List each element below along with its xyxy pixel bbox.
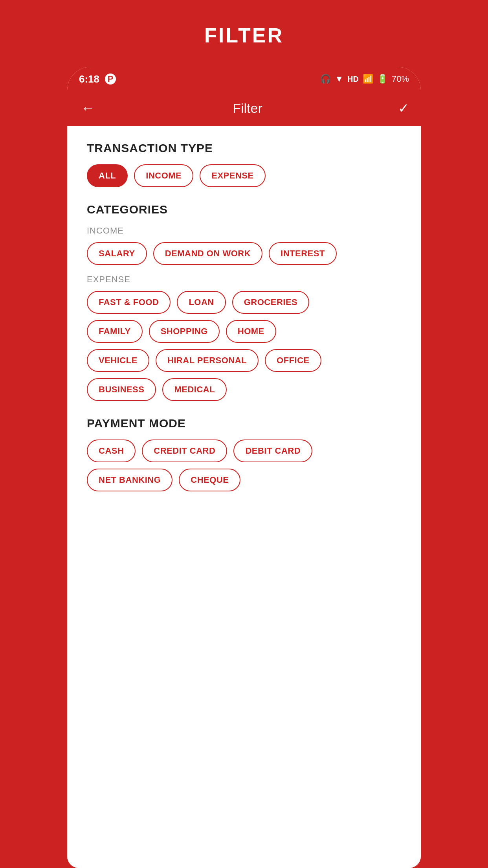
- status-left: 6:18 P: [79, 73, 116, 85]
- category-family[interactable]: FAMILY: [87, 320, 143, 343]
- status-bar: 6:18 P 🎧 ▼ HD 📶 🔋 70%: [67, 67, 421, 90]
- category-demand-on-work[interactable]: DEMAND ON WORK: [153, 242, 262, 265]
- categories-section: CATEGORIES INCOME SALARY DEMAND ON WORK …: [87, 203, 401, 401]
- app-bar-title: Filter: [97, 101, 398, 116]
- category-office[interactable]: OFFICE: [265, 349, 321, 372]
- category-business[interactable]: BUSINESS: [87, 378, 156, 401]
- back-button[interactable]: ←: [79, 98, 97, 118]
- category-home[interactable]: HOME: [226, 320, 276, 343]
- headphone-icon: 🎧: [320, 74, 331, 84]
- transaction-type-expense[interactable]: EXPENSE: [200, 164, 265, 187]
- expense-options-row2: FAMILY SHOPPING HOME: [87, 320, 401, 343]
- category-hiral-personal[interactable]: HIRAL PERSONAL: [156, 349, 259, 372]
- payment-mode-title: PAYMENT MODE: [87, 417, 401, 430]
- category-salary[interactable]: SALARY: [87, 242, 147, 265]
- transaction-type-options: ALL INCOME EXPENSE: [87, 164, 401, 187]
- payment-credit-card[interactable]: CREDIT CARD: [142, 440, 227, 462]
- status-right: 🎧 ▼ HD 📶 🔋 70%: [320, 74, 409, 84]
- confirm-button[interactable]: ✓: [398, 100, 409, 116]
- expense-options-row3: VEHICLE HIRAL PERSONAL OFFICE: [87, 349, 401, 372]
- category-fast-food[interactable]: FAST & FOOD: [87, 291, 171, 314]
- page-title: FILTER: [204, 24, 284, 47]
- category-medical[interactable]: MEDICAL: [162, 378, 227, 401]
- content-area: TRANSACTION TYPE ALL INCOME EXPENSE CATE…: [67, 126, 421, 868]
- payment-mode-row2: NET BANKING CHEQUE: [87, 469, 401, 491]
- phone-frame: 6:18 P 🎧 ▼ HD 📶 🔋 70% ← Filter ✓ TRANSAC…: [67, 67, 421, 868]
- app-bar: ← Filter ✓: [67, 90, 421, 126]
- transaction-type-all[interactable]: ALL: [87, 164, 128, 187]
- payment-mode-section: PAYMENT MODE CASH CREDIT CARD DEBIT CARD…: [87, 417, 401, 491]
- payment-debit-card[interactable]: DEBIT CARD: [233, 440, 312, 462]
- category-shopping[interactable]: SHOPPING: [149, 320, 220, 343]
- battery-percent: 70%: [392, 74, 409, 84]
- income-label: INCOME: [87, 226, 401, 236]
- status-time: 6:18: [79, 73, 99, 85]
- hd-label: HD: [347, 75, 359, 84]
- battery-icon: 🔋: [377, 74, 388, 84]
- category-interest[interactable]: INTEREST: [269, 242, 337, 265]
- payment-net-banking[interactable]: NET BANKING: [87, 469, 172, 491]
- payment-cash[interactable]: CASH: [87, 440, 136, 462]
- category-loan[interactable]: LOAN: [177, 291, 226, 314]
- wifi-icon: ▼: [335, 74, 343, 84]
- categories-title: CATEGORIES: [87, 203, 401, 216]
- signal-icon: 📶: [363, 74, 373, 84]
- app-notification-icon: P: [105, 74, 116, 85]
- category-groceries[interactable]: GROCERIES: [232, 291, 310, 314]
- category-vehicle[interactable]: VEHICLE: [87, 349, 149, 372]
- payment-cheque[interactable]: CHEQUE: [179, 469, 240, 491]
- income-options: SALARY DEMAND ON WORK INTEREST: [87, 242, 401, 265]
- expense-label: EXPENSE: [87, 274, 401, 285]
- expense-options-row1: FAST & FOOD LOAN GROCERIES: [87, 291, 401, 314]
- payment-mode-row1: CASH CREDIT CARD DEBIT CARD: [87, 440, 401, 462]
- transaction-type-section: TRANSACTION TYPE ALL INCOME EXPENSE: [87, 142, 401, 187]
- transaction-type-income[interactable]: INCOME: [134, 164, 193, 187]
- expense-options-row4: BUSINESS MEDICAL: [87, 378, 401, 401]
- transaction-type-title: TRANSACTION TYPE: [87, 142, 401, 155]
